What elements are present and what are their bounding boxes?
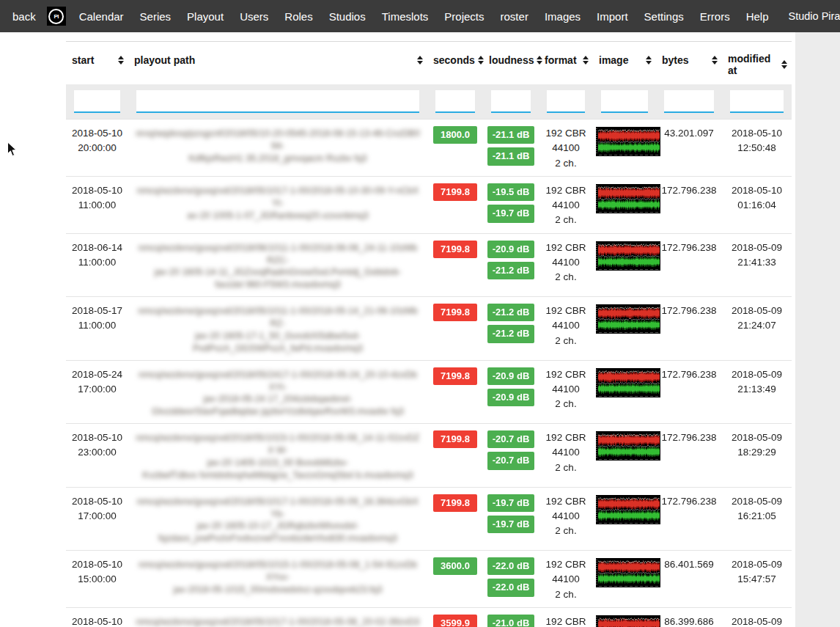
column-header-label: format (545, 54, 577, 66)
seconds-badge: 7199.8 (433, 367, 477, 385)
image-cell (593, 176, 656, 233)
column-header-label: playout path (134, 54, 195, 66)
table-row: 2018-05-10 23:00:00 nmcq/wzdvnx/gsxqzvd/… (66, 424, 792, 488)
waveform-thumbnail[interactable] (596, 304, 660, 334)
filter-input-image[interactable] (601, 90, 648, 113)
nav-item-users[interactable]: Users (232, 10, 276, 23)
start-cell: 2018-05-17 11:00:00 (66, 297, 128, 361)
waveform-thumbnail[interactable] (596, 558, 660, 587)
nav-item-playout[interactable]: Playout (179, 10, 232, 23)
waveform-thumbnail[interactable] (596, 431, 660, 461)
start-cell: 2018-06-14 11:00:00 (66, 233, 128, 297)
nav-item-timeslots[interactable]: Timeslots (374, 10, 437, 23)
start-cell: 2018-05-24 17:00:00 (66, 360, 128, 424)
seconds-cell: 7199.8 (427, 360, 483, 424)
seconds-cell: 3600.0 (427, 551, 483, 608)
loudness-cell: -20.7 dB -20.7 dB (483, 424, 539, 488)
nav-item-series[interactable]: Series (132, 10, 180, 23)
format-cell: 192 CBR 44100 2 ch. (539, 233, 593, 297)
waveform-thumbnail[interactable] (596, 495, 660, 524)
modified-at-cell: 2018-05-09 18:29:29 (722, 424, 792, 488)
waveform-thumbnail[interactable] (596, 127, 660, 156)
sort-icon[interactable] (646, 56, 652, 65)
nav-item-images[interactable]: Images (537, 10, 589, 23)
format-cell: 192 CBR 44100 2 ch. (539, 551, 593, 608)
waveform-thumbnail[interactable] (596, 184, 660, 213)
nav-item-import[interactable]: Import (589, 10, 636, 23)
loudness-cell: -22.0 dB -22.0 dB (483, 551, 539, 608)
waveform-thumbnail[interactable] (596, 368, 660, 397)
seconds-badge: 7199.8 (433, 494, 477, 512)
table-body: 2018-05-10 20:00:00 nrvq/wqdvsq/pzsgcnf/… (66, 120, 792, 627)
seconds-cell: 7199.8 (427, 487, 483, 551)
nav-item-roster[interactable]: roster (493, 10, 537, 23)
playout-files-table: start playout path seconds loudness form… (66, 41, 792, 627)
sort-icon[interactable] (781, 60, 787, 69)
image-cell (593, 487, 656, 551)
loudness-badge: -21.2 dB (487, 262, 534, 279)
filter-input-format[interactable] (547, 90, 585, 113)
image-cell (593, 233, 656, 297)
modified-at-cell: 2018-05-10 01:16:04 (722, 176, 792, 233)
seconds-cell: 7199.8 (427, 424, 483, 488)
loudness-badge: -21.1 dB (487, 126, 534, 144)
table-row: 2018-05-10 11:00:00 nmcq/wzdvnx/gsxqzvd/… (66, 176, 792, 233)
loudness-cell: -20.9 dB -20.9 dB (483, 360, 539, 424)
column-header-label: start (72, 54, 94, 66)
nav-menu: CalendarSeriesPlayoutUsersRolesStudiosTi… (71, 10, 777, 23)
column-header-label: bytes (662, 54, 689, 66)
modified-at-cell: 2018-05-09 21:24:07 (722, 297, 792, 361)
nav-item-projects[interactable]: Projects (436, 10, 492, 23)
content-panel: start playout path seconds loudness form… (0, 32, 795, 627)
column-header-label: image (599, 54, 628, 66)
sort-icon[interactable] (712, 56, 718, 65)
sort-icon[interactable] (478, 56, 484, 65)
nav-item-studios[interactable]: Studios (321, 10, 374, 23)
format-cell: 192 CBR 44100 2 ch. (539, 120, 593, 177)
filter-input-seconds[interactable] (435, 90, 475, 113)
loudness-cell: -21.2 dB -21.2 dB (483, 297, 539, 361)
sort-icon[interactable] (537, 56, 542, 65)
loudness-badge: -19.7 dB (487, 494, 534, 512)
loudness-cell: -20.9 dB -21.2 dB (483, 233, 539, 297)
filter-input-loudness[interactable] (491, 90, 531, 113)
nav-item-calendar[interactable]: Calendar (71, 10, 132, 23)
sort-icon[interactable] (118, 56, 124, 65)
waveform-thumbnail[interactable] (596, 241, 660, 271)
waveform-thumbnail[interactable] (596, 615, 660, 627)
column-header-loudness: loudness (483, 42, 539, 85)
seconds-badge: 7199.8 (433, 183, 477, 201)
nav-item-roles[interactable]: Roles (276, 10, 320, 23)
modified-at-cell: 2018-05-10 12:50:48 (722, 120, 792, 177)
loudness-badge: -19.7 dB (487, 516, 534, 533)
seconds-badge: 1800.0 (433, 126, 477, 144)
sort-icon[interactable] (417, 56, 423, 65)
filter-input-playout-path[interactable] (136, 90, 419, 113)
image-cell (593, 297, 656, 361)
column-header-bytes: bytes (656, 42, 722, 85)
playout-path-cell: nmcq/wzdvnx/gsxqzvd/2018/05/1011-1-00/20… (128, 297, 427, 361)
bytes-cell: 172.796.238 (656, 297, 722, 361)
table-header-row: start playout path seconds loudness form… (66, 42, 792, 85)
nav-item-back[interactable]: back (0, 10, 42, 23)
sort-icon[interactable] (583, 56, 589, 65)
modified-at-cell: 2018-05-09 21:13:49 (722, 360, 792, 424)
table-row: 2018-06-14 11:00:00 nmcq/wzdvnx/gsxqzvd/… (66, 233, 792, 297)
loudness-badge: -21.2 dB (487, 325, 534, 342)
playout-path-cell: nrvq/wqdvsq/pzsgcnf/2018/05/10-20-0545-2… (128, 120, 427, 177)
seconds-cell: 7199.8 (427, 176, 483, 233)
filter-input-modified-at[interactable] (730, 90, 784, 113)
bytes-cell: 172.796.238 (656, 360, 722, 424)
piradio-logo-icon[interactable]: PI (47, 7, 66, 26)
table-filter-row (66, 84, 792, 120)
filter-input-bytes[interactable] (664, 90, 714, 113)
loudness-badge: -20.9 dB (487, 241, 534, 258)
nav-item-settings[interactable]: Settings (636, 10, 692, 23)
studio-select[interactable]: Studio Piradio (783, 1, 840, 31)
loudness-badge: -21.0 dB (487, 615, 534, 627)
top-navbar: back PI CalendarSeriesPlayoutUsersRolesS… (0, 0, 840, 32)
table-row: 2018-05-10 20:00:00 nrvq/wqdvsq/pzsgcnf/… (66, 120, 792, 177)
nav-item-errors[interactable]: Errors (692, 10, 738, 23)
nav-item-help[interactable]: Help (738, 10, 777, 23)
filter-input-start[interactable] (74, 90, 120, 113)
